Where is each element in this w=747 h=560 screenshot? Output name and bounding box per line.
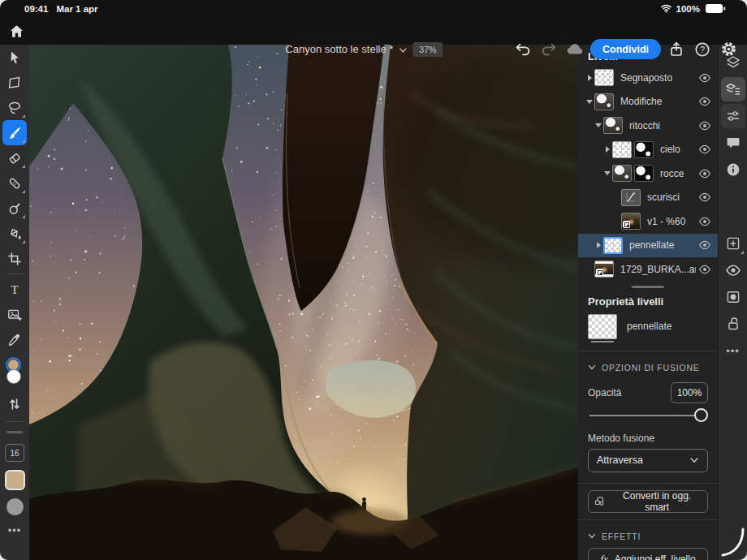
settings-gear-icon[interactable] — [718, 39, 739, 60]
layer-row[interactable]: ritocchi — [578, 114, 718, 138]
add-layer-icon[interactable] — [721, 231, 745, 256]
chevron-down-icon — [588, 364, 596, 370]
lock-icon[interactable] — [721, 312, 745, 336]
document-title[interactable]: Canyon sotto le stelle * — [285, 43, 393, 55]
add-layer-effect-button[interactable]: fx Aggiungi eff. livello — [588, 548, 708, 560]
paint-bucket-tool[interactable] — [2, 221, 27, 246]
layer-row[interactable]: rocce — [578, 162, 718, 186]
layer-name: Segnaposto — [620, 72, 696, 84]
effects-section-title: EFFETTI — [602, 532, 641, 541]
layer-expander[interactable] — [585, 100, 594, 104]
convert-smart-object-button[interactable]: Converti in ogg. smart — [588, 490, 708, 513]
toolbar-more-options[interactable]: ••• — [8, 524, 22, 536]
clock: 09:41 — [24, 4, 48, 14]
layer-row[interactable]: v1 - %60 — [578, 209, 718, 234]
layer-expander[interactable] — [585, 75, 594, 81]
layer-name: ritocchi — [629, 120, 696, 131]
layer-mask-thumbnail — [634, 141, 654, 158]
layer-visibility-toggle[interactable] — [696, 93, 714, 110]
layer-row[interactable]: scurisci — [578, 186, 718, 210]
layer-row[interactable]: Segnaposto — [578, 66, 718, 90]
layer-visibility-toggle[interactable] — [696, 188, 714, 206]
layer-row[interactable]: cielo — [578, 138, 718, 162]
effects-section-header[interactable]: EFFETTI — [578, 527, 718, 543]
healing-brush-tool[interactable] — [2, 170, 27, 196]
export-icon[interactable] — [666, 39, 687, 60]
type-tool[interactable]: T — [2, 277, 27, 302]
divider — [578, 519, 718, 520]
layer-expander[interactable] — [602, 171, 612, 175]
layer-expander[interactable] — [594, 242, 603, 248]
layer-row[interactable]: 1729_BURKA...anced-NR33 — [578, 257, 718, 282]
swap-colors-button[interactable] — [2, 391, 27, 416]
cloud-sync-icon[interactable] — [564, 39, 585, 60]
layer-visibility-toggle[interactable] — [696, 165, 714, 183]
help-icon[interactable]: ? — [692, 39, 713, 60]
layer-visibility-toggle[interactable] — [696, 236, 714, 254]
clone-stamp-tool[interactable] — [2, 196, 27, 221]
brush-size-field[interactable]: 16 — [5, 444, 24, 462]
redo-button[interactable] — [538, 39, 559, 60]
layer-mask-icon[interactable] — [721, 285, 745, 309]
layer-visibility-toggle[interactable] — [696, 117, 714, 135]
layer-expander[interactable] — [594, 123, 603, 127]
comments-icon[interactable] — [721, 131, 745, 155]
blend-options-section-header[interactable]: OPZIONI DI FUSIONE — [578, 358, 718, 374]
tools-sidebar: T 16••• — [0, 45, 29, 560]
eyedropper-tool[interactable] — [2, 327, 27, 352]
blend-mode-value: Attraversa — [597, 454, 643, 466]
layer-name: v1 - %60 — [647, 216, 696, 227]
place-image-tool[interactable] — [2, 302, 27, 327]
blend-mode-dropdown[interactable]: Attraversa — [588, 449, 708, 472]
layers-detail-icon[interactable] — [721, 77, 745, 101]
home-button[interactable] — [6, 21, 27, 42]
layer-visibility-toggle[interactable] — [696, 69, 714, 87]
strip-more-options[interactable]: ••• — [726, 345, 740, 357]
layer-thumbnail — [594, 261, 614, 278]
brush-tool[interactable] — [2, 120, 27, 145]
document-title-group[interactable]: Canyon sotto le stelle * 37% — [285, 36, 443, 62]
background-color-chip[interactable] — [6, 369, 21, 384]
eye-icon — [698, 143, 711, 156]
brush-preview-swatch[interactable] — [6, 498, 24, 515]
eye-icon — [698, 215, 711, 228]
adjustments-icon[interactable] — [721, 104, 745, 128]
transform-tool[interactable] — [2, 70, 27, 95]
brush-color-swatch[interactable] — [5, 470, 25, 490]
undo-button[interactable] — [512, 39, 533, 60]
lasso-select-tool[interactable] — [2, 95, 27, 120]
layer-row[interactable]: pennellate — [578, 234, 718, 258]
crop-tool[interactable] — [2, 246, 27, 271]
chevron-down-icon — [689, 457, 699, 463]
layer-thumbnail — [603, 237, 623, 254]
layer-expander[interactable] — [602, 146, 612, 153]
opacity-slider[interactable] — [589, 407, 706, 424]
eye-icon — [698, 119, 711, 132]
share-button[interactable]: Condividi — [590, 39, 661, 59]
layer-visibility-toggle[interactable] — [696, 140, 714, 158]
canvas-photo[interactable] — [29, 45, 578, 560]
info-icon[interactable] — [721, 157, 745, 182]
eye-icon — [698, 239, 711, 252]
layer-visibility-toggle[interactable] — [696, 213, 714, 230]
layer-thumbnail — [612, 165, 632, 182]
opacity-value-field[interactable]: 100% — [671, 382, 708, 403]
opacity-slider-knob[interactable] — [694, 408, 708, 422]
divider — [578, 483, 718, 484]
panel-resize-handle[interactable] — [632, 286, 664, 288]
move-tool[interactable] — [2, 45, 27, 70]
zoom-level-badge[interactable]: 37% — [412, 42, 443, 57]
layer-visibility-toggle[interactable] — [696, 261, 714, 278]
visibility-icon[interactable] — [721, 258, 745, 282]
layer-name: cielo — [660, 144, 696, 155]
layer-row[interactable]: Modifiche — [578, 90, 718, 114]
smart-object-badge — [596, 269, 603, 276]
properties-layer-name: pennellate — [627, 321, 671, 332]
layer-name: 1729_BURKA...anced-NR33 — [620, 264, 696, 275]
eye-icon — [698, 191, 711, 204]
eye-icon — [698, 263, 711, 276]
color-chips[interactable] — [4, 357, 25, 386]
eraser-tool[interactable] — [2, 145, 27, 170]
toolbar-drag-handle[interactable] — [6, 431, 23, 433]
eye-icon — [698, 71, 711, 84]
